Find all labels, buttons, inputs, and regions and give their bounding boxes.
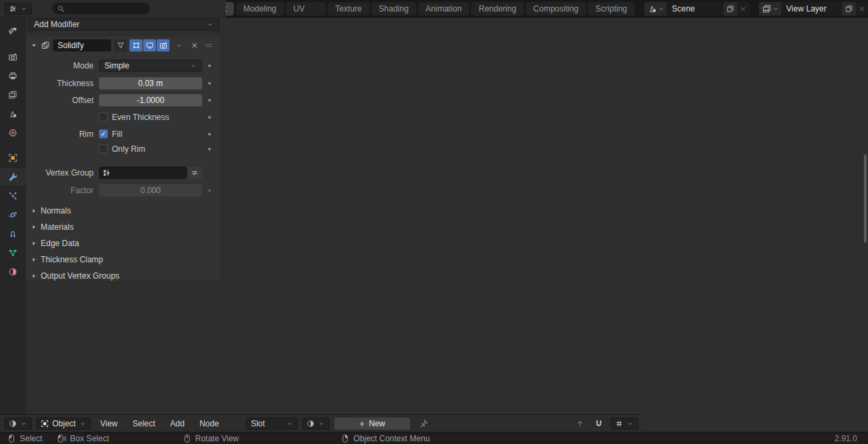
shader-editor-icon (9, 420, 17, 428)
snap-grid-icon (615, 420, 623, 428)
tab-object-data[interactable] (0, 244, 26, 262)
tab-animation[interactable]: Animation (418, 2, 469, 16)
shader-editor-header: Object View Select Add Node Slot +New (0, 414, 642, 432)
invert-vertex-group-button[interactable] (187, 167, 202, 179)
section-normals[interactable]: Normals (30, 205, 71, 217)
scene-name[interactable]: Scene (667, 2, 724, 16)
mouse-left-drag-icon (57, 434, 66, 443)
scene-unlink-button[interactable] (737, 2, 749, 16)
tab-shading[interactable]: Shading (372, 2, 416, 16)
section-edge-data[interactable]: Edge Data (30, 237, 79, 249)
shader-menu-select[interactable]: Select (127, 417, 160, 430)
pin-icon[interactable] (419, 419, 429, 428)
keymap-select: Select (7, 434, 42, 443)
even-thickness-checkbox[interactable] (99, 115, 108, 121)
shader-editor-type-button[interactable] (4, 418, 32, 430)
only-rim-checkbox[interactable] (99, 144, 108, 153)
tab-scripting[interactable]: Scripting (588, 2, 635, 16)
shader-type-dropdown[interactable]: Object (36, 418, 91, 430)
tab-rendering[interactable]: Rendering (471, 2, 524, 16)
fill-label: Fill (112, 129, 122, 139)
vertex-group-field[interactable] (99, 167, 187, 179)
tab-texture-paint[interactable]: Texture Paint (328, 2, 369, 16)
keymap-rotate-view: Rotate View (182, 434, 239, 443)
tab-world[interactable] (0, 124, 26, 142)
tab-physics[interactable] (0, 206, 26, 224)
go-to-parent-node-button[interactable] (572, 417, 587, 430)
new-material-button[interactable]: +New (334, 417, 411, 430)
shader-menu-node[interactable]: Node (194, 417, 224, 430)
status-bar: Select Box Select Rotate View Object Con… (0, 432, 868, 444)
only-rim-label: Only Rim (112, 144, 145, 154)
workspace-tabs: Layout Modeling UV Editing Texture Paint… (195, 2, 635, 16)
view-layer-browse-button[interactable] (759, 2, 781, 16)
shader-snap-toggle[interactable] (591, 417, 606, 430)
tab-modeling[interactable]: Modeling (236, 2, 284, 16)
shader-menu-add[interactable]: Add (165, 417, 190, 430)
section-materials[interactable]: Materials (30, 221, 74, 233)
view-layer-copy-button[interactable] (842, 2, 856, 16)
animate-dot[interactable] (208, 133, 211, 136)
scene-browse-button[interactable] (644, 2, 667, 16)
vertex-group-label: Vertex Group (27, 167, 94, 179)
view-layer-name[interactable]: View Layer (781, 2, 842, 16)
keymap-context-menu: Object Context Menu (340, 434, 430, 443)
section-thickness-clamp[interactable]: Thickness Clamp (30, 254, 103, 266)
material-browse-button[interactable] (302, 418, 330, 430)
keymap-box-select: Box Select (57, 434, 108, 443)
view-layer-unlink-button[interactable] (856, 2, 868, 16)
factor-slider[interactable]: 0.000 (99, 184, 202, 197)
even-thickness-label: Even Thickness (112, 115, 170, 122)
tab-particles[interactable] (0, 187, 26, 205)
properties-tab-strip (0, 115, 26, 397)
version-label: 2.91.0 (835, 434, 857, 443)
animate-dot[interactable] (208, 189, 211, 192)
magnet-icon (594, 419, 604, 428)
mouse-right-icon (340, 434, 350, 443)
mouse-middle-icon (182, 434, 192, 443)
tab-modifiers[interactable] (0, 168, 26, 186)
animate-dot[interactable] (208, 116, 211, 119)
slot-dropdown[interactable]: Slot (246, 418, 298, 430)
rim-fill-checkbox[interactable]: ✓ (99, 129, 108, 138)
mouse-left-icon (7, 434, 16, 443)
tab-material[interactable] (0, 263, 26, 281)
animate-dot[interactable] (208, 148, 211, 150)
view-layer-selector: View Layer (759, 2, 868, 16)
shader-menu-view[interactable]: View (95, 417, 123, 430)
scene-copy-button[interactable] (724, 2, 737, 16)
tab-constraints[interactable] (0, 225, 26, 243)
tab-uv-editing[interactable]: UV Editing (286, 2, 326, 16)
material-sphere-icon (307, 420, 315, 428)
rim-label: Rim (27, 128, 94, 140)
shader-snap-dropdown[interactable] (610, 418, 638, 430)
object-icon (41, 420, 49, 428)
properties-editor: Add Modifier Solidify Mode Simple Thickn… (0, 115, 226, 397)
factor-label: Factor (27, 184, 94, 197)
tab-scene[interactable] (0, 115, 26, 123)
section-output-vertex-groups[interactable]: Output Vertex Groups (30, 270, 119, 282)
scene-selector: Scene (644, 2, 749, 16)
tab-object[interactable] (0, 149, 26, 167)
tab-compositing[interactable]: Compositing (526, 2, 586, 16)
vertex-group-icon (102, 169, 111, 177)
